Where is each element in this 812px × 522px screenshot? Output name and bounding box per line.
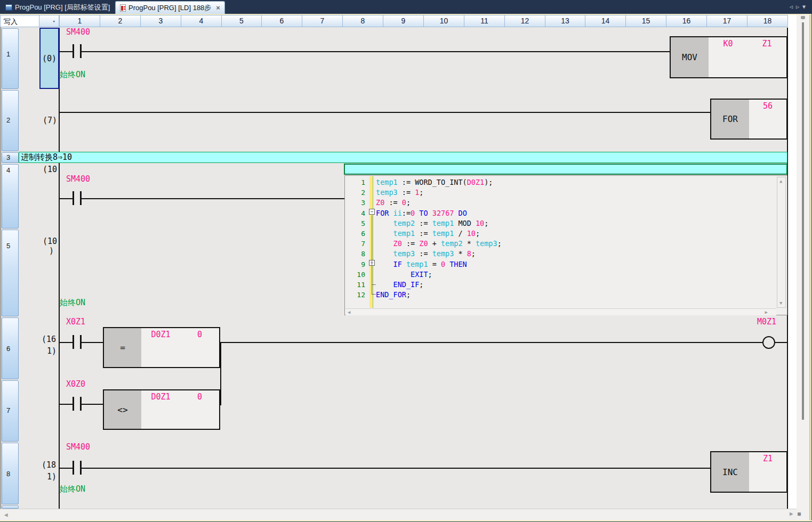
- st-code-line[interactable]: 5 temp2 := temp1 MOD 10;: [345, 218, 776, 229]
- row-header[interactable]: 1: [2, 28, 19, 89]
- vertical-scrollbar[interactable]: [797, 15, 809, 520]
- column-header[interactable]: 9: [383, 15, 424, 27]
- scroll-left-icon[interactable]: ◀: [4, 512, 8, 517]
- column-header[interactable]: 5: [221, 15, 262, 27]
- no-contact-x0z1[interactable]: [69, 335, 84, 349]
- scroll-left-icon[interactable]: ◀: [348, 310, 350, 315]
- st-horizontal-scrollbar[interactable]: ◀ ▶: [345, 308, 776, 315]
- column-header[interactable]: 14: [585, 15, 626, 27]
- no-contact-x0z0[interactable]: [69, 397, 84, 411]
- close-icon[interactable]: ×: [216, 4, 220, 12]
- st-token: :=: [384, 198, 402, 207]
- st-token: );: [484, 178, 493, 186]
- no-contact-sm400[interactable]: [69, 191, 84, 205]
- column-header[interactable]: 15: [625, 15, 666, 27]
- instruction-block-inc[interactable]: INC Z1: [710, 451, 787, 493]
- scroll-right-icon[interactable]: ▶: [790, 511, 793, 516]
- rung-comment-bar[interactable]: 进制转换8⇒10: [19, 152, 787, 163]
- st-token: 32767: [432, 209, 454, 217]
- st-line-source: IF temp1 = 0 THEN: [376, 259, 467, 270]
- tab-local-label-settings[interactable]: ProgPou [PRG] [局部标签设置]: [1, 1, 114, 14]
- row-header[interactable]: 5: [2, 230, 19, 316]
- st-code-area[interactable]: 1temp1 := WORD_TO_INT(D0Z1);2temp3 := 1;…: [345, 177, 776, 300]
- branch-join-wire: [220, 342, 221, 405]
- column-header[interactable]: 17: [706, 15, 747, 27]
- st-code-line[interactable]: 3Z0 := 0;: [345, 198, 776, 208]
- instruction-operands: Z1: [749, 452, 786, 492]
- column-header[interactable]: 10: [423, 15, 464, 27]
- step-number: ): [49, 246, 54, 256]
- compare-block-ne[interactable]: <> D0Z1 0: [103, 389, 220, 430]
- no-contact-sm400[interactable]: [69, 44, 84, 58]
- column-header[interactable]: 18: [747, 15, 788, 27]
- rung5-wire: [82, 198, 345, 199]
- column-header[interactable]: 12: [504, 15, 545, 27]
- row-header[interactable]: 8: [2, 443, 19, 504]
- tab-next-icon[interactable]: ▷: [796, 4, 802, 10]
- st-token: [376, 280, 393, 289]
- column-header[interactable]: 2: [100, 15, 141, 27]
- rung7-wire: [82, 404, 103, 405]
- column-header[interactable]: 16: [666, 15, 707, 27]
- scroll-up-icon[interactable]: ▲: [779, 179, 782, 184]
- st-code-line[interactable]: 2temp3 := 1;: [345, 187, 776, 198]
- st-code-line[interactable]: 1temp1 := WORD_TO_INT(D0Z1);: [345, 177, 776, 187]
- st-code-line[interactable]: 10 EXIT;: [345, 270, 776, 280]
- st-token: [428, 209, 432, 217]
- mode-dropdown[interactable]: ▾: [39, 15, 59, 27]
- compare-block-eq[interactable]: = D0Z1 0: [103, 327, 220, 368]
- resize-grip-icon[interactable]: ■: [798, 511, 801, 516]
- selected-cell[interactable]: (0): [39, 28, 59, 89]
- instruction-block-mov[interactable]: MOV K0 Z1: [670, 36, 787, 78]
- tab-ld-editor[interactable]: ProgPou [PRG] [LD] 188步 ×: [115, 1, 225, 14]
- st-line-source: END_IF;: [376, 280, 423, 290]
- tab-prev-icon[interactable]: ◁: [790, 4, 796, 10]
- st-token: :=: [415, 219, 432, 227]
- operand: 0: [180, 328, 219, 367]
- instruction-block-for[interactable]: FOR 56: [710, 99, 787, 140]
- st-line-number: 4: [345, 208, 367, 218]
- column-header[interactable]: 11: [464, 15, 505, 27]
- st-code-line[interactable]: 8 temp3 := temp3 * 8;: [345, 249, 776, 259]
- st-token: IF: [393, 260, 402, 268]
- st-vertical-scrollbar[interactable]: ▲ ▼: [777, 177, 786, 308]
- column-header[interactable]: 4: [181, 15, 222, 27]
- st-code-line[interactable]: 7 Z0 := Z0 + temp2 * temp3;: [345, 239, 776, 249]
- column-header[interactable]: 3: [140, 15, 181, 27]
- no-contact-sm400[interactable]: [69, 461, 84, 475]
- st-code-line[interactable]: 12END_FOR;: [345, 290, 776, 300]
- column-header[interactable]: 13: [545, 15, 585, 27]
- scroll-right-icon[interactable]: ▶: [765, 310, 768, 315]
- fold-guide-corner: [372, 294, 376, 295]
- output-coil-m0z1[interactable]: [762, 336, 775, 349]
- column-header[interactable]: 7: [302, 15, 343, 27]
- column-header[interactable]: 8: [342, 15, 383, 27]
- row-header[interactable]: 7: [2, 380, 19, 442]
- st-code-line[interactable]: 6 temp1 := temp1 / 10;: [345, 229, 776, 239]
- st-code-line[interactable]: 4FOR ii:=0 TO 32767 DO: [345, 208, 776, 218]
- scrollbar-thumb[interactable]: [802, 22, 804, 420]
- st-token: temp1: [393, 229, 415, 238]
- device-label: SM400: [66, 27, 90, 37]
- st-token: ;: [471, 249, 476, 258]
- column-header[interactable]: 6: [261, 15, 302, 27]
- fold-collapse-icon[interactable]: −: [369, 209, 375, 215]
- row-header[interactable]: 6: [2, 317, 19, 379]
- row-header[interactable]: 4: [2, 164, 19, 229]
- row-header[interactable]: 2: [2, 90, 19, 151]
- write-mode-cell[interactable]: 写入: [0, 15, 39, 27]
- scroll-down-icon[interactable]: ▼: [779, 301, 782, 306]
- tab-menu-icon[interactable]: ▼: [802, 4, 809, 10]
- st-line-number: 2: [345, 187, 367, 198]
- st-token: Z0: [419, 239, 428, 248]
- st-code-line[interactable]: 9 IF temp1 = 0 THEN: [345, 259, 776, 270]
- horizontal-scrollbar[interactable]: ◀: [0, 509, 797, 520]
- st-inline-editor: 1temp1 := WORD_TO_INT(D0Z1);2temp3 := 1;…: [344, 175, 787, 315]
- st-code-line[interactable]: 11 END_IF;: [345, 280, 776, 290]
- st-token: temp1: [406, 260, 428, 268]
- step-number: (7): [43, 116, 57, 125]
- column-header[interactable]: 1: [59, 15, 100, 27]
- st-box-header[interactable]: [344, 164, 787, 175]
- row-header[interactable]: 3: [2, 152, 19, 163]
- scrollbar-top-grip[interactable]: [801, 16, 805, 19]
